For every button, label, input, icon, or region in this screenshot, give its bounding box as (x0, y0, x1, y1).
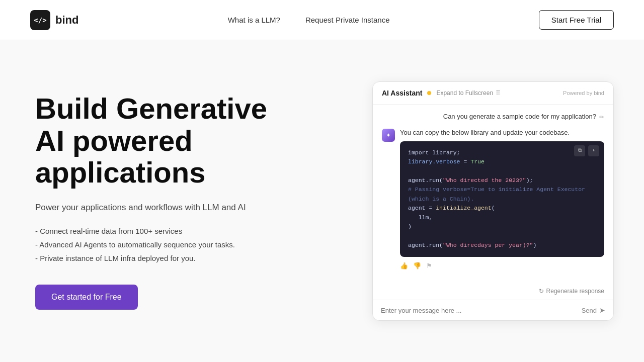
download-code-button[interactable]: ⬇ (588, 145, 599, 156)
nav-request-private[interactable]: Request Private Instance (305, 16, 390, 24)
user-message-text: Can you generate a sample code for my ap… (443, 113, 596, 120)
edit-icon: ✏ (599, 114, 604, 121)
hero-title: Build Generative AI powered applications (35, 93, 297, 189)
send-arrow-icon: ➤ (599, 306, 605, 314)
nav-what-is-llm[interactable]: What is a LLM? (228, 16, 280, 24)
hero-section: Build Generative AI powered applications… (0, 40, 644, 362)
feature-item-2: - Advanced AI Agents to automatically se… (35, 240, 297, 249)
chat-input[interactable] (381, 307, 577, 314)
user-message: Can you generate a sample code for my ap… (382, 113, 604, 121)
code-block-header: ⧉ ⬇ (574, 145, 599, 156)
code-line-2: library.verbose = True (408, 157, 596, 166)
expand-icon: ⠿ (496, 89, 501, 97)
chat-header: AI Assistant Expand to Fullscreen ⠿ Powe… (373, 82, 613, 105)
powered-by-label: Powered by bind (563, 90, 604, 96)
ai-bubble: You can copy the below library and updat… (400, 129, 604, 269)
thumbs-up-icon[interactable]: 👍 (400, 262, 408, 269)
code-line-6: agent = initialize_agent( (408, 204, 596, 213)
chat-input-area: Send ➤ (373, 300, 613, 320)
message-actions: 👍 👎 ⚑ (400, 262, 604, 269)
code-line-7: llm, (408, 213, 596, 222)
expand-fullscreen-button[interactable]: Expand to Fullscreen ⠿ (436, 89, 501, 97)
chat-status-dot (427, 91, 431, 95)
code-line-10: agent.run("Who direcdays per year)?") (408, 241, 596, 250)
code-line-8: ) (408, 222, 596, 231)
chat-body: Can you generate a sample code for my ap… (373, 105, 613, 285)
nav-links: What is a LLM? Request Private Instance (228, 16, 390, 24)
feature-item-3: - Private instance of LLM infra deployed… (35, 254, 297, 262)
chat-widget: AI Assistant Expand to Fullscreen ⠿ Powe… (372, 81, 614, 321)
ai-message: ✦ You can copy the below library and upd… (382, 129, 604, 269)
ai-response-text: You can copy the below library and updat… (400, 129, 604, 136)
user-bubble: Can you generate a sample code for my ap… (443, 113, 604, 121)
ai-avatar: ✦ (382, 129, 395, 142)
regenerate-response-button[interactable]: ↻ Regenerate response (373, 285, 613, 300)
feature-item-1: - Connect real-time data from 100+ servi… (35, 227, 297, 235)
navbar: </> bind What is a LLM? Request Private … (0, 0, 644, 40)
code-line-3 (408, 167, 596, 176)
start-trial-button[interactable]: Start Free Trial (539, 10, 614, 30)
thumbs-down-icon[interactable]: 👎 (413, 262, 421, 269)
code-line-5: # Passing verbose=True to initialize Age… (408, 185, 596, 204)
logo-icon: </> (30, 10, 50, 30)
code-line-4: agent.run("Who directed the 2023?"); (408, 176, 596, 185)
get-started-button[interactable]: Get started for Free (35, 285, 138, 310)
hero-left: Build Generative AI powered applications… (35, 93, 297, 310)
code-block: ⧉ ⬇ import library; library.verbose = Tr… (400, 141, 604, 257)
regenerate-icon: ↻ (539, 288, 544, 295)
logo-text: bind (55, 14, 78, 27)
chat-header-left: AI Assistant Expand to Fullscreen ⠿ (382, 89, 501, 97)
copy-code-button[interactable]: ⧉ (574, 145, 585, 156)
code-line-1: import library; (408, 148, 596, 157)
hero-subtitle: Power your applications and workflows wi… (35, 203, 297, 213)
flag-icon[interactable]: ⚑ (426, 262, 432, 269)
hero-features: - Connect real-time data from 100+ servi… (35, 227, 297, 262)
code-line-9 (408, 231, 596, 240)
chat-title: AI Assistant (382, 89, 422, 97)
send-button[interactable]: Send ➤ (582, 306, 605, 314)
logo-group: </> bind (30, 10, 78, 30)
chat-widget-container: AI Assistant Expand to Fullscreen ⠿ Powe… (372, 81, 614, 321)
